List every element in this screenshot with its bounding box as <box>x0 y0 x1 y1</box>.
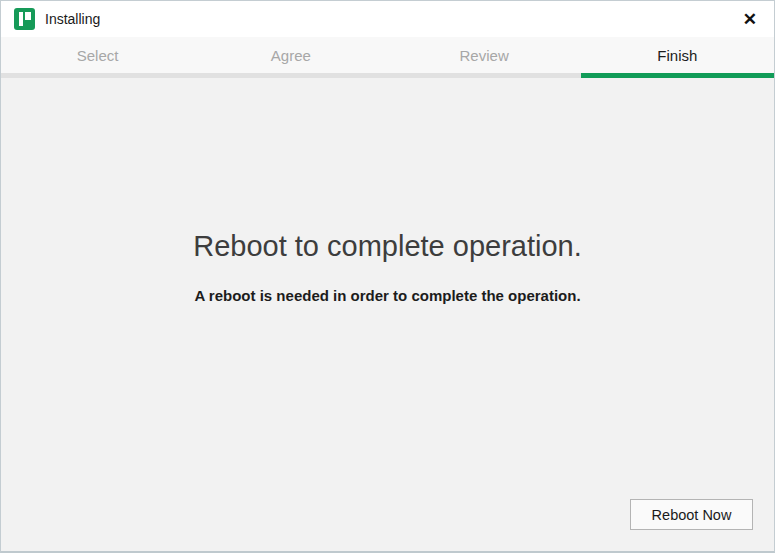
title-bar: Installing ✕ <box>1 1 774 37</box>
tab-finish[interactable]: Finish <box>581 37 774 78</box>
tab-review[interactable]: Review <box>388 37 581 78</box>
package-manager-icon <box>14 8 35 30</box>
package-manager-icon-glyph <box>25 12 31 20</box>
package-manager-icon-glyph <box>19 12 23 26</box>
reboot-now-button[interactable]: Reboot Now <box>630 499 753 530</box>
content-area: Reboot to complete operation. A reboot i… <box>1 78 774 551</box>
tab-agree[interactable]: Agree <box>194 37 387 78</box>
page-subtitle: A reboot is needed in order to complete … <box>1 287 774 304</box>
close-icon[interactable]: ✕ <box>739 9 761 30</box>
installer-window: Installing ✕ Select Agree Review Finish … <box>0 0 775 553</box>
wizard-step-bar: Select Agree Review Finish <box>1 37 774 78</box>
window-title: Installing <box>45 11 100 27</box>
page-title: Reboot to complete operation. <box>1 78 774 263</box>
tab-select[interactable]: Select <box>1 37 194 78</box>
